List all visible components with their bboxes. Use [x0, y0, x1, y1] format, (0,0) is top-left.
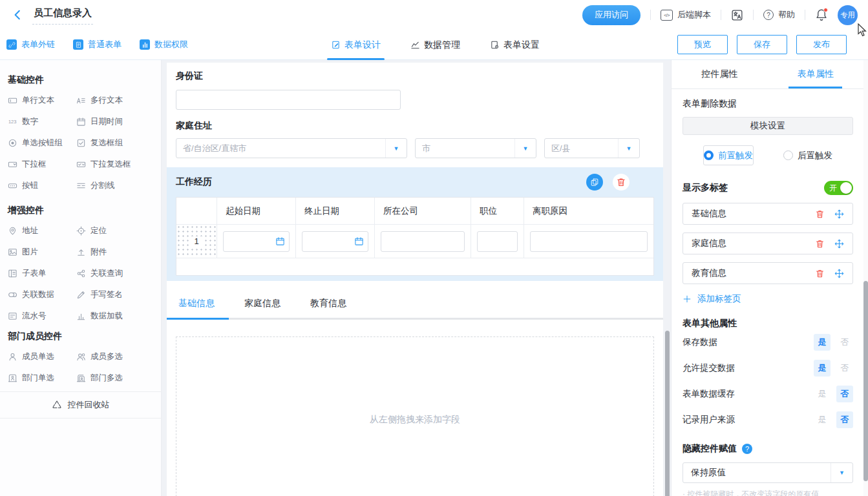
tab-form-settings[interactable]: 表单设置 — [490, 30, 540, 60]
tab-widget-properties[interactable]: 控件属性 — [672, 60, 768, 88]
module-settings-button[interactable]: 模块设置 — [683, 117, 853, 135]
notification-button[interactable] — [815, 8, 828, 21]
widget-data-load[interactable]: 数据加载 — [76, 311, 145, 322]
input-icon — [8, 96, 17, 105]
translate-button[interactable] — [731, 9, 743, 21]
trash-icon[interactable] — [815, 209, 825, 219]
form-external-link-button[interactable]: 表单外链 — [6, 39, 55, 50]
yes-option[interactable]: 是 — [814, 386, 831, 402]
tab-basic-info[interactable]: 基础信息 — [177, 291, 216, 318]
delete-data-label: 表单删除数据 — [683, 98, 853, 110]
data-permission-button[interactable]: 数据权限 — [140, 39, 188, 50]
page-scrollbar-thumb[interactable] — [863, 281, 868, 481]
widget-radio-group[interactable]: 单选按钮组 — [8, 138, 76, 149]
hidden-value-select[interactable]: 保持原值 ▼ — [683, 462, 853, 483]
start-date-input[interactable] — [223, 231, 290, 252]
delete-widget-button[interactable] — [613, 174, 630, 191]
widget-datetime[interactable]: 日期时间 — [76, 116, 145, 127]
widget-select[interactable]: 下拉框 — [8, 159, 76, 170]
widget-recycle-bin[interactable]: 控件回收站 — [0, 391, 161, 418]
yes-option[interactable]: 是 — [814, 360, 831, 377]
pre-trigger-radio[interactable]: 前置触发 — [703, 145, 754, 165]
row-drag-handle[interactable]: 1 — [176, 225, 217, 258]
widget-number[interactable]: 数字 — [8, 116, 76, 127]
widget-address[interactable]: 地址 — [8, 225, 76, 236]
widget-image[interactable]: 图片 — [8, 247, 76, 258]
question-circle-icon: ? — [763, 10, 774, 20]
widget-subform[interactable]: 子表单 — [8, 268, 76, 279]
widget-department-multi[interactable]: 部门多选 — [76, 373, 145, 384]
widget-serial-number[interactable]: 流水号 — [8, 311, 76, 322]
tab-family-info[interactable]: 家庭信息 — [243, 291, 282, 318]
widget-signature[interactable]: 手写签名 — [76, 289, 145, 300]
prop-row-allow-submit: 允许提交数据 是 否 — [683, 355, 853, 381]
move-icon[interactable] — [834, 209, 844, 219]
drop-area[interactable]: 从左侧拖拽来添加字段 — [176, 336, 654, 496]
yes-option[interactable]: 是 — [814, 411, 831, 428]
backend-script-button[interactable]: </> 后端脚本 — [661, 9, 711, 21]
widget-button[interactable]: 按钮 — [8, 180, 76, 191]
widget-single-line-text[interactable]: 单行文本 — [8, 95, 76, 106]
add-tab-button[interactable]: 添加标签页 — [683, 293, 853, 305]
form-page-tabs-underline — [167, 318, 663, 320]
move-icon[interactable] — [834, 269, 844, 278]
widget-related-data[interactable]: 关联数据 — [8, 289, 76, 300]
copy-widget-button[interactable] — [586, 174, 603, 191]
district-select[interactable]: 区/县 ▼ — [544, 138, 640, 158]
widget-lookup[interactable]: 关联查询 — [76, 268, 145, 279]
save-button[interactable]: 保存 — [737, 35, 787, 54]
tab-education-info[interactable]: 教育信息 — [309, 291, 348, 318]
tab-item-family[interactable]: 家庭信息 — [683, 232, 853, 254]
help-question-icon[interactable]: ? — [742, 444, 752, 454]
widget-multi-line-text[interactable]: 多行文本 — [76, 95, 145, 106]
multi-tab-toggle[interactable]: 开 — [824, 181, 853, 195]
widget-member-single[interactable]: 成员单选 — [8, 351, 76, 362]
calendar-icon[interactable] — [271, 236, 289, 246]
widget-member-multi[interactable]: 成员多选 — [76, 351, 145, 362]
publish-button[interactable]: 发布 — [796, 35, 847, 54]
avatar[interactable]: 专用 — [838, 5, 858, 25]
link-icon — [6, 39, 17, 50]
tab-item-basic[interactable]: 基础信息 — [683, 203, 853, 225]
widget-location[interactable]: 定位 — [76, 225, 145, 236]
trash-icon[interactable] — [815, 269, 825, 278]
no-option[interactable]: 否 — [836, 411, 853, 428]
preview-button[interactable]: 预览 — [677, 35, 728, 54]
widget-department-single[interactable]: 部门单选 — [8, 373, 76, 384]
no-option[interactable]: 否 — [836, 386, 853, 402]
form-title[interactable]: 员工信息录入 — [32, 6, 93, 25]
move-icon[interactable] — [834, 239, 844, 249]
city-select[interactable]: 市 ▼ — [415, 138, 536, 158]
company-input[interactable] — [381, 231, 465, 252]
no-option[interactable]: 否 — [836, 360, 853, 377]
help-button[interactable]: ? 帮助 — [763, 9, 795, 21]
widget-divider[interactable]: 分割线 — [76, 180, 145, 191]
canvas-scrollbar-thumb[interactable] — [665, 331, 670, 496]
widget-attachment[interactable]: 附件 — [76, 247, 145, 258]
widget-multi-select[interactable]: 下拉复选框 — [76, 159, 145, 170]
yes-option[interactable]: 是 — [814, 334, 831, 351]
work-history-subform[interactable]: 工作经历 起始日期 终止日期 所在公司 职位 离职原因 — [167, 167, 663, 281]
calendar-icon[interactable] — [350, 236, 368, 246]
divider — [721, 10, 721, 20]
no-option[interactable]: 否 — [836, 334, 853, 351]
back-button[interactable] — [10, 8, 25, 22]
province-select[interactable]: 省/自治区/直辖市 ▼ — [176, 138, 407, 158]
leave-reason-input[interactable] — [530, 231, 648, 252]
post-trigger-radio[interactable]: 后置触发 — [783, 145, 832, 165]
related-data-icon — [8, 290, 17, 300]
app-access-button[interactable]: 应用访问 — [582, 5, 640, 25]
form-page-tabs: 基础信息 家庭信息 教育信息 — [176, 291, 654, 318]
tab-data-management[interactable]: 数据管理 — [410, 30, 460, 60]
id-card-input[interactable] — [176, 90, 401, 110]
widget-checkbox-group[interactable]: 复选框组 — [76, 138, 145, 149]
tab-form-design[interactable]: 表单设计 — [331, 30, 381, 60]
tab-item-education[interactable]: 教育信息 — [683, 262, 853, 284]
normal-form-button[interactable]: 普通表单 — [73, 39, 122, 50]
tab-form-properties[interactable]: 表单属性 — [768, 60, 864, 88]
serial-number-icon — [8, 311, 17, 321]
position-input[interactable] — [477, 231, 518, 252]
end-date-input[interactable] — [302, 231, 368, 252]
trash-icon[interactable] — [815, 239, 825, 249]
chevron-left-icon — [12, 9, 23, 21]
